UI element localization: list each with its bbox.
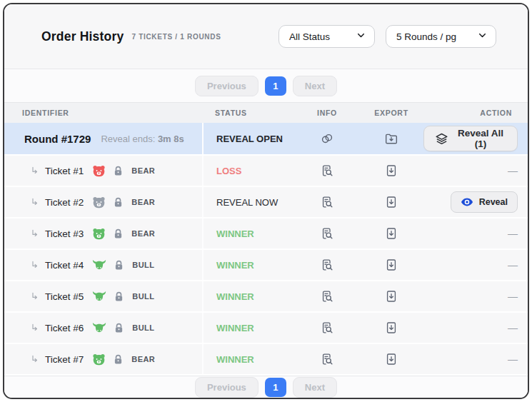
bear-icon bbox=[92, 164, 106, 178]
ticket-identifier: Ticket #7 BEAR bbox=[4, 344, 202, 374]
ticket-export-file-download-icon[interactable] bbox=[383, 162, 400, 179]
position-label: BEAR bbox=[131, 355, 155, 363]
position-label: BEAR bbox=[131, 166, 155, 175]
ticket-export-file-download-icon[interactable] bbox=[383, 319, 400, 336]
column-identifier: IDENTIFIER bbox=[4, 109, 202, 117]
child-arrow-icon bbox=[31, 229, 39, 238]
reveal-countdown-value: 3m 8s bbox=[158, 134, 184, 144]
reveal-countdown: Reveal ends: 3m 8s bbox=[101, 134, 184, 144]
reveal-all-button[interactable]: Reveal All (1) bbox=[423, 126, 518, 151]
ticket-name: Ticket #7 bbox=[45, 354, 84, 365]
column-export: EXPORT bbox=[359, 109, 423, 117]
round-name: Round #1729 bbox=[24, 133, 91, 145]
bull-icon bbox=[92, 289, 106, 303]
ticket-rows: Ticket #1 BEAR LOSS — Ticke bbox=[4, 156, 528, 376]
ticket-export-file-download-icon[interactable] bbox=[383, 225, 400, 242]
ticket-info-file-search-icon[interactable] bbox=[318, 256, 336, 273]
no-action-dash: — bbox=[508, 322, 518, 333]
layers-icon bbox=[435, 132, 448, 146]
no-action-dash: — bbox=[508, 353, 518, 365]
ticket-status-cell: WINNER bbox=[202, 281, 295, 311]
page-size-select[interactable]: 5 Rounds / pg bbox=[386, 25, 496, 48]
child-arrow-icon bbox=[31, 198, 39, 206]
position-label: BULL bbox=[132, 261, 154, 269]
round-identifier: Round #1729 Reveal ends: 3m 8s bbox=[4, 123, 202, 154]
no-action-dash: — bbox=[508, 228, 518, 239]
ticket-status-cell: WINNER bbox=[202, 344, 295, 374]
pagination-bottom: Previous 1 Next bbox=[4, 376, 528, 398]
next-page-button[interactable]: Next bbox=[293, 377, 337, 398]
page-size-value: 5 Rounds / pg bbox=[396, 31, 456, 42]
ticket-status: WINNER bbox=[216, 354, 254, 365]
child-arrow-icon bbox=[31, 292, 39, 301]
no-action-dash: — bbox=[508, 259, 518, 271]
round-status-cell: REVEAL OPEN bbox=[202, 123, 295, 154]
ticket-name: Ticket #1 bbox=[45, 166, 84, 176]
page-title: Order History bbox=[41, 29, 124, 44]
previous-page-button[interactable]: Previous bbox=[195, 377, 259, 398]
ticket-row: Ticket #6 BULL WINNER — bbox=[4, 313, 528, 344]
child-arrow-icon bbox=[31, 261, 39, 269]
lock-icon bbox=[114, 291, 124, 302]
ticket-export-file-download-icon[interactable] bbox=[383, 256, 400, 273]
ticket-name: Ticket #2 bbox=[45, 197, 84, 208]
chevron-down-icon bbox=[472, 31, 487, 42]
ticket-status: WINNER bbox=[216, 260, 254, 271]
filters: All Status 5 Rounds / pg bbox=[278, 25, 496, 48]
column-info: INFO bbox=[295, 109, 359, 117]
ticket-identifier: Ticket #5 BULL bbox=[4, 281, 202, 311]
ticket-info-file-search-icon[interactable] bbox=[318, 288, 336, 305]
ticket-info-file-search-icon[interactable] bbox=[318, 162, 336, 179]
position-label: BEAR bbox=[131, 229, 155, 238]
bear-icon bbox=[92, 196, 106, 209]
child-arrow-icon bbox=[31, 166, 39, 175]
column-status: STATUS bbox=[202, 109, 295, 117]
table-header: IDENTIFIER STATUS INFO EXPORT ACTION bbox=[4, 102, 528, 123]
chevron-down-icon bbox=[351, 31, 366, 42]
lock-icon bbox=[114, 323, 124, 333]
ticket-row: Ticket #3 BEAR WINNER — bbox=[4, 218, 528, 250]
ticket-row: Ticket #5 BULL WINNER — bbox=[4, 281, 528, 313]
position-label: BULL bbox=[132, 292, 154, 301]
pagination-top: Previous 1 Next bbox=[4, 69, 528, 102]
ticket-info-file-search-icon[interactable] bbox=[318, 319, 336, 336]
previous-page-button[interactable]: Previous bbox=[195, 76, 259, 96]
lock-icon bbox=[113, 228, 124, 239]
panel-header: Order History 7 TICKETS / 1 ROUNDS All S… bbox=[4, 4, 528, 69]
round-link-icon[interactable] bbox=[318, 130, 336, 147]
position-label: BULL bbox=[132, 323, 154, 332]
ticket-info-file-search-icon[interactable] bbox=[318, 194, 336, 211]
reveal-button[interactable]: Reveal bbox=[451, 191, 518, 213]
lock-icon bbox=[114, 260, 124, 271]
column-action: ACTION bbox=[423, 109, 528, 117]
ticket-status-cell: REVEAL NOW bbox=[202, 187, 295, 217]
round-export-folder-download-icon[interactable] bbox=[383, 130, 400, 147]
ticket-status: REVEAL NOW bbox=[216, 197, 278, 208]
ticket-name: Ticket #3 bbox=[45, 228, 84, 239]
status-filter-value: All Status bbox=[289, 31, 330, 42]
ticket-info-file-search-icon[interactable] bbox=[318, 351, 336, 368]
ticket-info-file-search-icon[interactable] bbox=[318, 225, 336, 242]
ticket-row: Ticket #7 BEAR WINNER — bbox=[4, 344, 528, 376]
ticket-name: Ticket #5 bbox=[45, 291, 84, 302]
lock-icon bbox=[113, 166, 124, 176]
bear-icon bbox=[92, 353, 106, 366]
tickets-rounds-count: 7 TICKETS / 1 ROUNDS bbox=[131, 33, 221, 41]
next-page-button[interactable]: Next bbox=[293, 76, 337, 96]
page-number-button[interactable]: 1 bbox=[265, 378, 286, 397]
page-number-button[interactable]: 1 bbox=[265, 76, 286, 96]
lock-icon bbox=[113, 354, 124, 365]
ticket-identifier: Ticket #2 BEAR bbox=[4, 187, 202, 217]
ticket-status: WINNER bbox=[216, 323, 254, 333]
ticket-export-file-download-icon[interactable] bbox=[383, 351, 400, 368]
no-action-dash: — bbox=[508, 165, 518, 176]
ticket-identifier: Ticket #4 BULL bbox=[4, 250, 202, 280]
reveal-button-label: Reveal bbox=[479, 197, 508, 207]
bear-icon bbox=[92, 227, 106, 241]
status-filter-select[interactable]: All Status bbox=[278, 25, 375, 48]
ticket-identifier: Ticket #6 BULL bbox=[4, 313, 202, 343]
bull-icon bbox=[92, 258, 106, 272]
ticket-identifier: Ticket #3 BEAR bbox=[4, 218, 202, 248]
ticket-export-file-download-icon[interactable] bbox=[383, 288, 400, 305]
ticket-export-file-download-icon[interactable] bbox=[383, 194, 400, 211]
